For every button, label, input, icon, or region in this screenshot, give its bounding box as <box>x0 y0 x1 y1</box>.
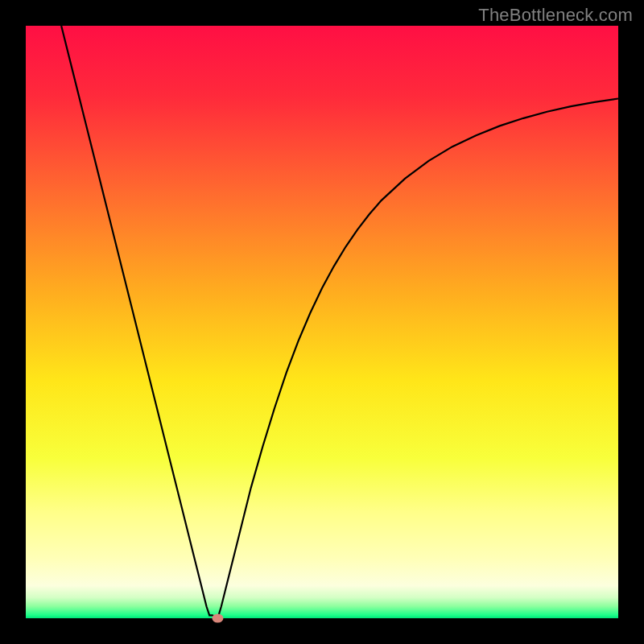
optimum-marker <box>212 614 223 623</box>
watermark-text: TheBottleneck.com <box>478 5 633 26</box>
chart-svg <box>0 0 644 644</box>
plot-background <box>26 26 618 618</box>
bottleneck-chart: TheBottleneck.com <box>0 0 644 644</box>
